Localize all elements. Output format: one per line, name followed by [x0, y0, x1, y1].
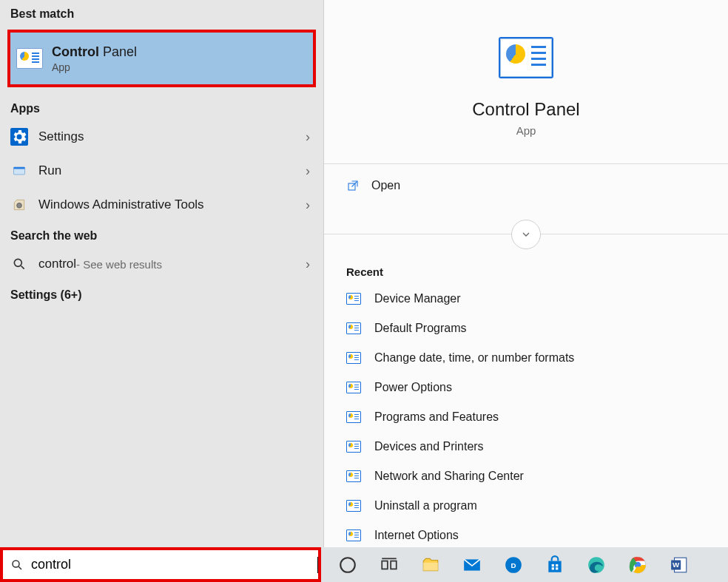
cortana-icon[interactable]: [337, 555, 358, 575]
control-panel-mini-icon: [346, 470, 361, 482]
control-panel-mini-icon: [346, 382, 361, 393]
web-query: control: [38, 257, 76, 271]
recent-item[interactable]: Uninstall a program: [324, 491, 728, 521]
recent-item-label: Network and Sharing Center: [374, 470, 524, 483]
recent-item[interactable]: Default Programs: [324, 314, 728, 343]
gear-icon: [10, 128, 28, 146]
recent-item-label: Internet Options: [374, 529, 459, 542]
web-search-item[interactable]: control - See web results ›: [0, 247, 323, 281]
detail-subtitle: App: [324, 124, 728, 137]
control-panel-mini-icon: [346, 322, 361, 334]
taskbar-row: D W: [0, 547, 728, 582]
detail-pane: Control Panel App Open Recent Device Man…: [323, 0, 728, 547]
app-item-run[interactable]: Run ›: [0, 154, 323, 188]
web-suffix: - See web results: [76, 258, 162, 271]
admin-tools-icon: [10, 196, 28, 214]
recent-item[interactable]: Devices and Printers: [324, 432, 728, 461]
recent-item[interactable]: Programs and Features: [324, 402, 728, 432]
svg-point-7: [13, 561, 19, 567]
control-panel-mini-icon: [346, 293, 361, 305]
recent-item-label: Change date, time, or number formats: [374, 351, 574, 365]
svg-line-8: [18, 566, 21, 569]
section-best-match: Best match: [0, 0, 323, 25]
mail-icon[interactable]: [462, 555, 482, 575]
recent-item[interactable]: Power Options: [324, 373, 728, 402]
recent-item-label: Devices and Printers: [374, 440, 484, 453]
svg-point-9: [340, 558, 355, 572]
control-panel-mini-icon: [346, 441, 361, 453]
section-settings[interactable]: Settings (6+): [0, 281, 323, 306]
run-icon: [10, 162, 28, 180]
recent-item-label: Programs and Features: [374, 410, 499, 424]
control-panel-mini-icon: [346, 411, 361, 423]
svg-rect-1: [14, 167, 25, 169]
svg-line-4: [21, 266, 24, 269]
best-match-title: Control Panel: [52, 44, 137, 60]
control-panel-large-icon: [499, 37, 553, 78]
app-label: Settings: [38, 129, 84, 144]
recent-item[interactable]: Change date, time, or number formats: [324, 343, 728, 373]
chevron-right-icon: ›: [306, 163, 310, 179]
control-panel-mini-icon: [346, 500, 361, 512]
open-action[interactable]: Open: [324, 164, 728, 207]
recent-item[interactable]: Device Manager: [324, 284, 728, 314]
search-input[interactable]: [31, 557, 319, 572]
word-icon[interactable]: W: [669, 555, 690, 575]
svg-rect-18: [552, 564, 554, 566]
svg-point-2: [17, 203, 22, 209]
dell-icon[interactable]: D: [503, 555, 524, 575]
svg-rect-20: [552, 567, 554, 569]
chevron-right-icon: ›: [306, 129, 310, 145]
recent-item[interactable]: Internet Options: [324, 521, 728, 547]
recent-item-label: Power Options: [374, 381, 452, 394]
recent-item-label: Default Programs: [374, 322, 467, 335]
recent-item[interactable]: Network and Sharing Center: [324, 461, 728, 491]
search-icon: [10, 558, 24, 572]
svg-line-6: [352, 181, 358, 187]
chevron-right-icon: ›: [306, 257, 310, 272]
expand-button[interactable]: [511, 220, 541, 249]
app-item-admin-tools[interactable]: Windows Administrative Tools ›: [0, 188, 323, 222]
section-apps: Apps: [0, 95, 323, 120]
svg-rect-11: [391, 561, 397, 569]
open-icon: [346, 179, 360, 192]
best-match-subtitle: App: [52, 61, 137, 73]
search-box[interactable]: [0, 547, 321, 582]
search-results-pane: Best match Control Panel App Apps Settin…: [0, 0, 323, 547]
taskbar: D W: [321, 547, 728, 582]
control-panel-mini-icon: [346, 352, 361, 364]
chevron-right-icon: ›: [306, 197, 310, 213]
svg-rect-19: [556, 564, 558, 566]
task-view-icon[interactable]: [379, 555, 400, 575]
svg-point-3: [14, 259, 21, 266]
control-panel-mini-icon: [346, 529, 361, 541]
svg-text:W: W: [673, 561, 680, 569]
recent-item-label: Device Manager: [374, 292, 461, 305]
app-label: Run: [38, 163, 61, 178]
svg-rect-13: [423, 562, 438, 570]
file-explorer-icon[interactable]: [420, 555, 441, 575]
app-label: Windows Administrative Tools: [38, 197, 204, 212]
text-cursor: [317, 557, 318, 573]
svg-rect-21: [556, 567, 558, 569]
svg-rect-17: [548, 561, 561, 572]
control-panel-icon: [16, 48, 43, 69]
section-web: Search the web: [0, 222, 323, 247]
recent-header: Recent: [324, 249, 728, 284]
svg-rect-10: [382, 561, 388, 569]
recent-list: Device ManagerDefault ProgramsChange dat…: [324, 284, 728, 547]
best-match-control-panel[interactable]: Control Panel App: [7, 30, 316, 87]
search-icon: [10, 255, 28, 273]
recent-item-label: Uninstall a program: [374, 499, 477, 512]
open-label: Open: [371, 179, 400, 192]
store-icon[interactable]: [545, 555, 565, 575]
detail-title: Control Panel: [324, 99, 728, 120]
edge-icon[interactable]: [586, 555, 607, 575]
chrome-icon[interactable]: [627, 555, 648, 575]
svg-text:D: D: [510, 561, 516, 569]
app-item-settings[interactable]: Settings ›: [0, 120, 323, 154]
